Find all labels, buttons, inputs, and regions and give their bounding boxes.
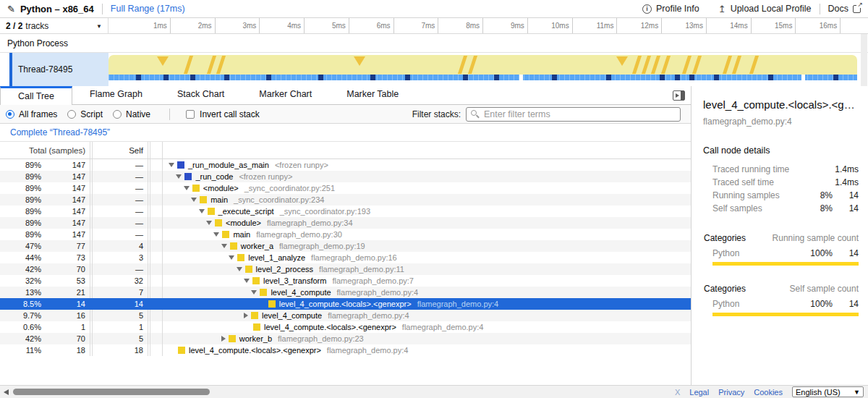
tab-marker-table[interactable]: Marker Table [329,86,416,104]
twisty-open-icon[interactable] [169,163,174,167]
cell-total: 13%21 [0,287,90,298]
category-square-yellow [229,335,236,342]
table-row[interactable]: 8.5%1414level_4_compute.<locals>.<genexp… [0,298,691,310]
twisty-open-icon[interactable] [251,290,257,295]
table-row[interactable]: 32%5332level_3_transformflamegraph_demo.… [0,275,691,287]
category-square-yellow [215,219,222,226]
cell-total: 89%147 [0,217,90,229]
twisty-closed-icon[interactable] [244,313,248,318]
call-tree-rows: 89%147—_run_module_as_main<frozen runpy>… [0,159,691,356]
filter-input-wrap [466,107,681,122]
metric-percent: 8% [802,190,833,200]
total-percent: 42% [0,334,41,343]
sidebar-metric-row: Self samples8%14 [704,202,859,215]
twisty-open-icon[interactable] [221,244,227,248]
cell-total: 89%147 [0,194,90,206]
sample-gap [801,75,805,80]
table-row[interactable]: 47%774worker_aflamegraph_demo.py:19 [0,240,691,252]
total-samples: 77 [41,242,85,250]
table-row[interactable]: 89%147—_run_code<frozen runpy> [0,171,691,182]
tracks-dropdown[interactable]: 2 / 2 tracks ▼ [0,18,109,34]
sample-segment-dark [494,75,499,80]
metric-label: Traced running time [704,164,802,174]
cell-tree: level_4_compute.<locals>.<genexpr>flameg… [162,344,691,356]
filter-stacks-input[interactable] [466,107,681,122]
sample-segment-dark [675,75,680,80]
scroll-left-arrow[interactable] [4,389,9,395]
footer-link-legal[interactable]: Legal [689,388,709,397]
radio-native[interactable]: Native [113,109,150,119]
radio-all-frames[interactable]: All frames [6,109,57,119]
twisty-open-icon[interactable] [244,279,250,283]
total-percent: 42% [0,265,41,274]
column-header-total: Total (samples) [0,142,90,158]
process-track[interactable]: Python Process [0,34,868,53]
footer-link-cookies[interactable]: Cookies [754,388,783,397]
twisty-open-icon[interactable] [213,232,219,237]
horizontal-scrollbar-thumb[interactable] [13,389,210,395]
cell-self: — [93,159,148,171]
pencil-icon[interactable]: ✎ [7,4,15,14]
sidebar-file-subtitle: flamegraph_demo.py:4 [703,117,861,127]
table-row[interactable]: 89%147—mainflamegraph_demo.py:30 [0,229,691,240]
footer-link-x[interactable]: X [675,388,680,397]
breadcrumb-complete-thread[interactable]: Complete “Thread-78495” [10,127,110,137]
twisty-open-icon[interactable] [237,267,242,271]
total-samples: 147 [41,230,85,239]
cell-total: 47%77 [0,240,90,252]
table-row[interactable]: 13%217level_4_computeflamegraph_demo.py:… [0,287,691,298]
sample-segment-dark [266,75,271,80]
sample-segment-dark [405,75,410,80]
tab-flame-graph[interactable]: Flame Graph [72,86,160,104]
docs-button[interactable]: Docs [828,4,861,14]
profile-info-button[interactable]: i Profile Info [642,4,699,14]
sidebar-toggle-icon[interactable] [673,90,685,101]
radio-icon [67,110,76,119]
table-row[interactable]: 11%1818level_4_compute.<locals>.<genexpr… [0,344,691,356]
twisty-closed-icon[interactable] [221,336,226,342]
twisty-open-icon[interactable] [191,198,197,202]
table-row[interactable]: 44%733level_1_analyzeflamegraph_demo.py:… [0,252,691,263]
category-color-bar [712,262,859,266]
total-samples: 147 [41,207,85,216]
sidebar-category-section: CategoriesSelf sample countPython100%14 [704,283,859,316]
language-select[interactable]: English (US) ▼ [792,386,864,397]
cell-tree: <module>flamegraph_demo.py:34 [162,217,691,229]
table-row[interactable]: 89%147—main_sync_coordinator.py:234 [0,194,691,206]
table-row[interactable]: 89%147—_execute_script_sync_coordinator.… [0,206,691,217]
ruler-tick: 13ms [671,18,707,33]
cell-self: — [93,182,148,194]
cell-self: 32 [93,275,148,287]
profile-info-label: Profile Info [656,4,699,14]
sample-segment-dark [552,75,557,80]
twisty-open-icon[interactable] [206,221,212,225]
thread-track-label-area[interactable]: Thread-78495 [12,53,109,86]
footer-link-privacy[interactable]: Privacy [718,388,744,397]
category-square-yellow [178,347,185,354]
thread-track[interactable]: Thread-78495 [0,53,868,86]
twisty-open-icon[interactable] [184,186,190,190]
upload-profile-button[interactable]: ↥ Upload Local Profile [718,4,812,14]
tracks-scrollbar[interactable] [861,34,867,86]
gc-marker-slash [468,56,477,74]
invert-call-stack-checkbox[interactable] [186,110,195,119]
function-name: worker_b [239,334,272,343]
table-row[interactable]: 9.7%165level_4_computeflamegraph_demo.py… [0,310,691,321]
table-row[interactable]: 89%147—_run_module_as_main<frozen runpy> [0,159,691,171]
full-range-link[interactable]: Full Range (17ms) [111,4,185,14]
table-row[interactable]: 89%147—<module>_sync_coordinator.py:251 [0,182,691,194]
thread-activity-graph[interactable] [109,53,857,86]
table-row[interactable]: 42%70—level_2_processflamegraph_demo.py:… [0,263,691,275]
table-row[interactable]: 89%147—<module>flamegraph_demo.py:34 [0,217,691,229]
twisty-open-icon[interactable] [176,174,182,179]
tab-stack-chart[interactable]: Stack Chart [160,86,242,104]
tab-marker-chart[interactable]: Marker Chart [242,86,329,104]
divider [169,109,170,120]
table-row[interactable]: 0.6%11level_4_compute.<locals>.<genexpr>… [0,321,691,333]
radio-script[interactable]: Script [67,109,103,119]
table-row[interactable]: 42%705worker_bflamegraph_demo.py:23 [0,333,691,344]
category-percent: 100% [802,248,833,258]
twisty-open-icon[interactable] [229,255,234,260]
twisty-open-icon[interactable] [199,209,205,213]
tab-call-tree[interactable]: Call Tree [0,86,72,105]
